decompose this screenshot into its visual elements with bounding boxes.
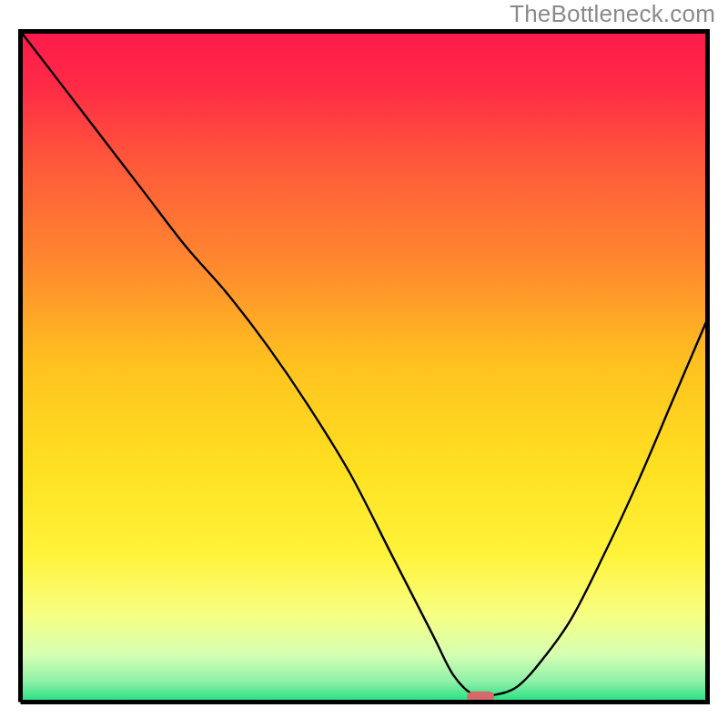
watermark-text: TheBottleneck.com bbox=[510, 0, 715, 28]
chart-plot-area bbox=[18, 29, 710, 704]
chart-svg bbox=[18, 29, 710, 704]
page-root: TheBottleneck.com bbox=[0, 0, 728, 728]
chart-background-gradient bbox=[21, 32, 707, 702]
